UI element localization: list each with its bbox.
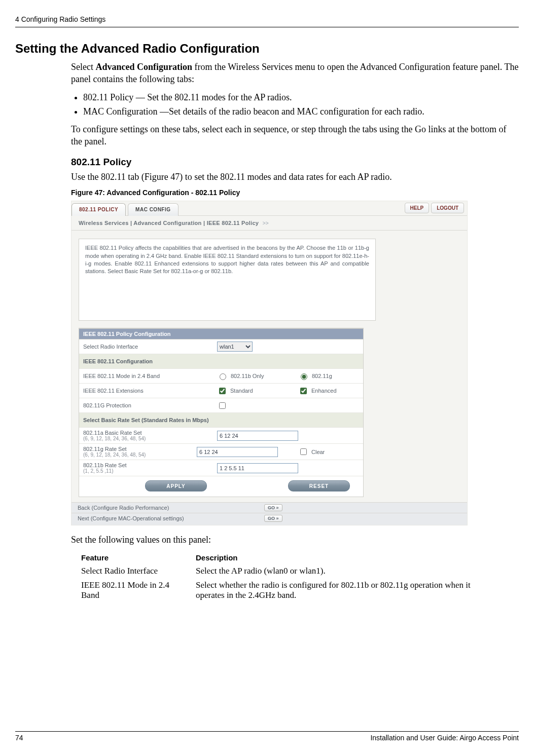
feature-r1c1: Select Radio Interface — [81, 566, 183, 576]
row-rate-a: 802.11a Basic Rate Set (6, 9, 12, 18, 24… — [79, 428, 363, 444]
label-rate-g: 802.11g Rate Set (6, 9, 12, 18, 24, 36, … — [83, 445, 194, 459]
apply-reset-row: APPLY RESET — [79, 476, 363, 497]
feature-r2c2: Select whether the radio is configured f… — [196, 580, 497, 600]
checkbox-clear-label: Clear — [311, 449, 325, 455]
radio-80211g-label: 802.11g — [312, 373, 332, 379]
checkbox-enhanced[interactable]: Enhanced — [298, 386, 359, 396]
input-rate-a[interactable] — [217, 431, 298, 441]
bullet-802-policy: 802.11 Policy — Set the 802.11 modes for… — [83, 91, 519, 104]
row-rate-g: 802.11g Rate Set (6, 9, 12, 18, 24, 36, … — [79, 444, 363, 460]
subsection-title: 802.11 Policy — [71, 157, 519, 168]
label-rate-a-title: 802.11a Basic Rate Set — [83, 430, 142, 436]
breadcrumb: Wireless Services | Advanced Configurati… — [72, 215, 467, 231]
label-rate-b-title: 802.11b Rate Set — [83, 462, 127, 468]
checkbox-clear[interactable]: Clear — [298, 447, 359, 457]
checkbox-clear-input[interactable] — [300, 448, 307, 455]
section-title: Setting the Advanced Radio Configuration — [15, 42, 519, 56]
label-11g-protection: 802.11G Protection — [83, 401, 214, 409]
checkbox-11g-protection-input[interactable] — [219, 402, 226, 409]
row-11g-protection: 802.11G Protection — [79, 398, 363, 413]
label-select-radio: Select Radio Interface — [83, 343, 214, 351]
checkbox-enhanced-label: Enhanced — [311, 388, 337, 394]
row-select-radio: Select Radio Interface wlan1 — [79, 339, 363, 354]
config-table: IEEE 802.11 Policy Configuration Select … — [79, 328, 364, 497]
feature-table: Feature Description Select Radio Interfa… — [81, 553, 497, 600]
help-button[interactable]: HELP — [405, 203, 430, 213]
header-divider — [15, 26, 519, 27]
feature-r1c2: Select the AP radio (wlan0 or wlan1). — [196, 566, 497, 576]
nav-next-row: Next (Configure MAC-Operational settings… — [72, 513, 467, 525]
para1b-bold: Advanced Configuration — [95, 62, 192, 72]
feature-head-col2: Description — [196, 553, 497, 562]
section-head-ieee-config: IEEE 802.11 Configuration — [79, 354, 363, 369]
subsection-para: Use the 802.11 tab (Figure 47) to set th… — [71, 171, 519, 183]
tab-802-policy[interactable]: 802.11 POLICY — [72, 203, 126, 216]
intro-para-1: Select Advanced Configuration from the W… — [71, 61, 519, 86]
footer-doc-title: Installation and User Guide: Airgo Acces… — [370, 734, 519, 742]
checkbox-standard[interactable]: Standard — [217, 386, 278, 396]
logout-button[interactable]: LOGOUT — [431, 203, 464, 213]
breadcrumb-text: Wireless Services | Advanced Configurati… — [79, 220, 259, 226]
chevron-right-icon: >> — [263, 220, 269, 226]
policy-description: IEEE 802.11 Policy affects the capabilit… — [79, 239, 376, 321]
reset-button[interactable]: RESET — [288, 480, 350, 492]
footer-page-number: 74 — [15, 734, 23, 742]
row-rate-b: 802.11b Rate Set (1, 2, 5.5 ,11) — [79, 460, 363, 476]
select-radio-interface[interactable]: wlan1 — [217, 342, 253, 352]
feature-head-col1: Feature — [81, 553, 183, 562]
figure-caption: Figure 47: Advanced Configuration - 802.… — [71, 188, 519, 197]
radio-80211b-only-input[interactable] — [220, 373, 226, 380]
section-head-rate-set: Select Basic Rate Set (Standard Rates in… — [79, 413, 363, 428]
feature-r2c1: IEEE 802.11 Mode in 2.4 Band — [81, 580, 183, 600]
tab-mac-config[interactable]: MAC CONFIG — [128, 203, 178, 216]
nav-back-label: Back (Configure Radio Performance) — [78, 505, 260, 511]
checkbox-11g-protection[interactable] — [217, 401, 278, 410]
label-rate-g-title: 802.11g Rate Set — [83, 446, 127, 452]
para1a: Select — [71, 62, 95, 72]
row-extensions: IEEE 802.11 Extensions Standard Enhanced — [79, 384, 363, 398]
set-values-para: Set the following values on this panel: — [71, 534, 519, 546]
radio-80211g[interactable]: 802.11g — [298, 372, 359, 380]
tabs-bar: 802.11 POLICY MAC CONFIG HELP LOGOUT — [72, 201, 467, 215]
nav-back-row: Back (Configure Radio Performance) GO » — [72, 502, 467, 513]
go-next-button[interactable]: GO » — [264, 515, 282, 522]
label-rate-a: 802.11a Basic Rate Set (6, 9, 12, 18, 24… — [83, 429, 214, 442]
radio-80211b-only-label: 802.11b Only — [231, 373, 264, 379]
config-panel: 802.11 POLICY MAC CONFIG HELP LOGOUT Wir… — [71, 201, 468, 526]
radio-80211b-only[interactable]: 802.11b Only — [217, 372, 278, 380]
intro-para-2: To configure settings on these tabs, sel… — [71, 123, 519, 148]
label-extensions: IEEE 802.11 Extensions — [83, 387, 214, 395]
label-rate-a-sub: (6, 9, 12, 18, 24, 36, 48, 54) — [83, 436, 214, 441]
radio-80211g-input[interactable] — [301, 373, 307, 380]
tabs-bullet-list: 802.11 Policy — Set the 802.11 modes for… — [71, 91, 519, 118]
label-rate-g-sub: (6, 9, 12, 18, 24, 36, 48, 54) — [83, 452, 194, 458]
checkbox-enhanced-input[interactable] — [300, 388, 307, 394]
row-mode-24band: IEEE 802.11 Mode in 2.4 Band 802.11b Onl… — [79, 369, 363, 384]
checkbox-standard-input[interactable] — [219, 388, 226, 394]
label-rate-b-sub: (1, 2, 5.5 ,11) — [83, 468, 214, 474]
input-rate-b[interactable] — [217, 463, 298, 473]
go-back-button[interactable]: GO » — [264, 504, 282, 511]
label-rate-b: 802.11b Rate Set (1, 2, 5.5 ,11) — [83, 461, 214, 475]
page-footer: 74 Installation and User Guide: Airgo Ac… — [15, 731, 519, 742]
running-head-chapter: 4 Configuring Radio Settings — [15, 15, 519, 23]
input-rate-g[interactable] — [197, 447, 278, 457]
bullet-mac-config: MAC Configuration —Set details of the ra… — [83, 105, 519, 118]
label-mode-24band: IEEE 802.11 Mode in 2.4 Band — [83, 372, 214, 380]
checkbox-standard-label: Standard — [230, 388, 253, 394]
apply-button[interactable]: APPLY — [145, 480, 207, 492]
nav-next-label: Next (Configure MAC-Operational settings… — [78, 515, 260, 521]
section-head-policy-config: IEEE 802.11 Policy Configuration — [79, 328, 363, 339]
